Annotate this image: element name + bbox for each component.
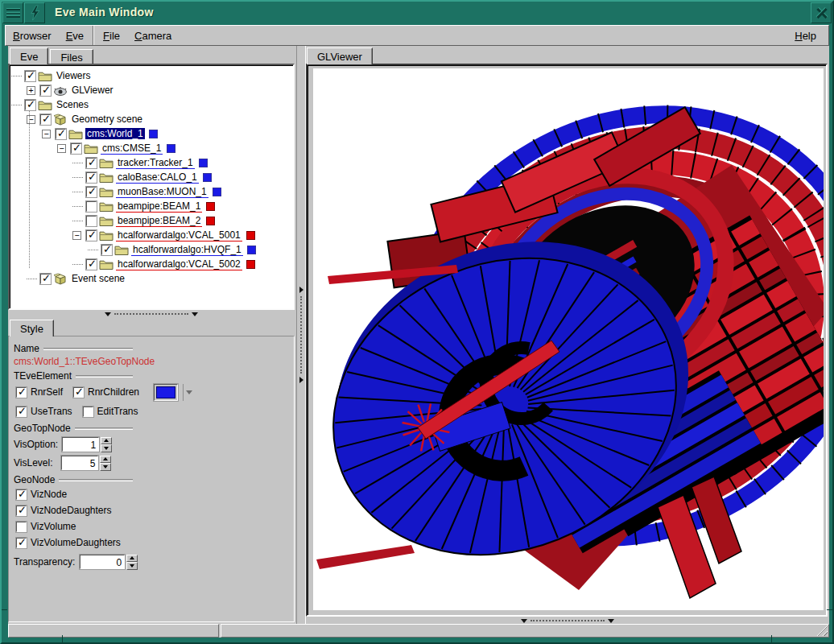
spin-down-button[interactable] <box>100 463 111 471</box>
tree-item-label[interactable]: beampipe:BEAM_1 <box>116 200 202 213</box>
gl-canvas[interactable] <box>313 68 824 610</box>
tree-item[interactable]: −cms:World_1 <box>11 126 293 141</box>
spin-down-button[interactable] <box>126 562 138 570</box>
tree-item[interactable]: −Geometry scene <box>11 112 293 126</box>
tab-eve[interactable]: Eve <box>10 47 48 64</box>
visoption-input[interactable]: 1 <box>62 437 99 452</box>
tree-item-label[interactable]: Event scene <box>70 273 126 284</box>
tree-item-label[interactable]: hcalforwardalgo:VCAL_5002 <box>116 258 242 270</box>
color-swatch[interactable] <box>149 130 158 138</box>
tab-files[interactable]: Files <box>50 49 93 64</box>
viznode-checkbox[interactable] <box>16 489 27 500</box>
tree-item-label[interactable]: hcalforwardalgo:VCAL_5001 <box>116 229 242 242</box>
menu-browser[interactable]: Browser <box>6 27 59 44</box>
tab-style[interactable]: Style <box>10 320 54 336</box>
tree-item[interactable]: −cms:CMSE_1 <box>11 141 293 155</box>
visibility-checkbox[interactable] <box>101 245 112 255</box>
tree-item[interactable]: hcalforwardalgo:HVQF_1 <box>11 242 293 257</box>
close-button[interactable] <box>811 2 832 23</box>
usetrans-checkbox[interactable] <box>16 407 27 417</box>
visibility-checkbox[interactable] <box>40 85 51 96</box>
color-dropdown-arrow[interactable] <box>183 384 194 401</box>
tree-item[interactable]: −hcalforwardalgo:VCAL_5001 <box>11 228 293 242</box>
color-swatch[interactable] <box>246 231 255 240</box>
app-icon-button[interactable] <box>24 2 45 23</box>
tree-item[interactable]: Scenes <box>11 97 293 112</box>
tree-item[interactable]: hcalforwardalgo:VCAL_5002 <box>11 257 293 271</box>
tree-style-splitter[interactable] <box>8 310 295 318</box>
color-swatch[interactable] <box>247 246 256 254</box>
menu-camera[interactable]: Camera <box>127 27 179 44</box>
tree-item-label[interactable]: cms:World_1 <box>85 128 145 139</box>
collapse-icon[interactable]: − <box>27 115 35 124</box>
vislevel-input[interactable]: 5 <box>61 456 98 470</box>
tree-item[interactable]: Event scene <box>11 271 293 286</box>
visibility-checkbox[interactable] <box>40 114 51 125</box>
menu-file[interactable]: File <box>96 27 127 44</box>
main-color-button[interactable] <box>154 384 178 401</box>
color-swatch[interactable] <box>203 173 212 182</box>
visibility-checkbox[interactable] <box>86 201 97 212</box>
tree-item-label[interactable]: muonBase:MUON_1 <box>116 186 208 198</box>
visibility-checkbox[interactable] <box>86 216 97 226</box>
tree-item-label[interactable]: Viewers <box>55 70 92 81</box>
titlebar[interactable]: Eve Main Window <box>2 2 832 24</box>
collapse-icon[interactable]: − <box>42 130 51 138</box>
color-swatch[interactable] <box>206 217 215 225</box>
group-header-name: Name <box>14 343 133 354</box>
tree-item[interactable]: muonBase:MUON_1 <box>11 184 293 199</box>
color-swatch[interactable] <box>206 202 215 211</box>
visibility-checkbox[interactable] <box>25 71 35 81</box>
tree-item-label[interactable]: GLViewer <box>70 85 115 96</box>
vizvolumedaughters-checkbox[interactable] <box>16 538 27 548</box>
visibility-checkbox[interactable] <box>86 230 97 241</box>
menu-eve[interactable]: Eve <box>59 27 91 44</box>
visibility-checkbox[interactable] <box>86 172 97 183</box>
tree-item[interactable]: tracker:Tracker_1 <box>11 155 293 170</box>
visibility-checkbox[interactable] <box>86 187 97 197</box>
transparency-input[interactable]: 0 <box>80 555 125 569</box>
tree-item[interactable]: beampipe:BEAM_2 <box>11 213 293 228</box>
tree-item-label[interactable]: caloBase:CALO_1 <box>116 171 199 184</box>
color-swatch[interactable] <box>213 188 221 196</box>
visoption-spinner[interactable] <box>101 437 112 452</box>
rnrself-checkbox[interactable] <box>16 387 27 398</box>
transparency-spinner[interactable] <box>126 555 138 570</box>
rnrchildren-checkbox[interactable] <box>73 387 84 398</box>
color-swatch[interactable] <box>199 159 208 167</box>
spin-up-button[interactable] <box>101 437 112 445</box>
tab-glviewer[interactable]: GLViewer <box>307 47 373 64</box>
color-swatch[interactable] <box>246 260 255 269</box>
edittrans-checkbox[interactable] <box>83 407 93 417</box>
visibility-checkbox[interactable] <box>86 259 97 270</box>
viznodedaughters-checkbox[interactable] <box>16 506 27 516</box>
visibility-checkbox[interactable] <box>86 158 97 168</box>
tree-item[interactable]: +GLViewer <box>11 83 293 97</box>
visibility-checkbox[interactable] <box>25 100 35 110</box>
pane-splitter[interactable] <box>296 46 306 624</box>
resize-grip[interactable] <box>816 625 828 636</box>
tree-item-label[interactable]: tracker:Tracker_1 <box>116 157 195 169</box>
spin-up-button[interactable] <box>100 456 111 464</box>
color-swatch[interactable] <box>167 144 175 153</box>
spin-up-button[interactable] <box>126 555 138 563</box>
expand-icon[interactable]: + <box>27 86 35 95</box>
visibility-checkbox[interactable] <box>40 274 51 284</box>
tree-item-label[interactable]: hcalforwardalgo:HVQF_1 <box>131 244 243 256</box>
visibility-checkbox[interactable] <box>56 129 66 139</box>
visibility-checkbox[interactable] <box>71 143 81 154</box>
vislevel-spinner[interactable] <box>100 456 111 471</box>
tree-item[interactable]: caloBase:CALO_1 <box>11 170 293 184</box>
collapse-icon[interactable]: − <box>57 144 66 153</box>
collapse-icon[interactable]: − <box>72 231 81 240</box>
vizvolume-checkbox[interactable] <box>16 522 27 532</box>
tree-item-label[interactable]: Geometry scene <box>70 114 144 125</box>
menu-help[interactable]: Help <box>787 27 824 44</box>
tree-item-label[interactable]: Scenes <box>55 99 90 110</box>
tree-item-label[interactable]: beampipe:BEAM_2 <box>116 215 202 227</box>
window-menu-button[interactable] <box>2 2 23 23</box>
tree-item[interactable]: Viewers <box>11 68 293 83</box>
tree-item[interactable]: beampipe:BEAM_1 <box>11 199 293 213</box>
spin-down-button[interactable] <box>101 444 112 452</box>
tree-item-label[interactable]: cms:CMSE_1 <box>101 142 163 155</box>
